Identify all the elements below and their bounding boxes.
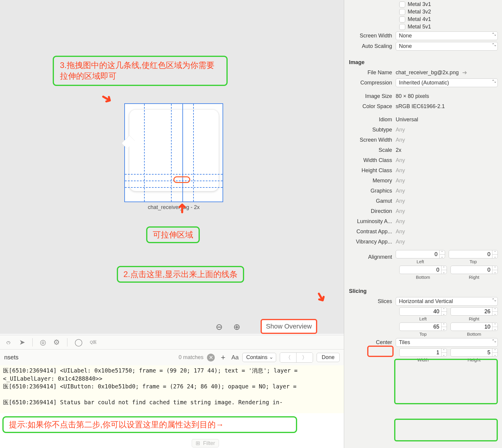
screen-width-value: Any	[396, 137, 498, 143]
editor-canvas: chat_receiver_bg - 2x ⊖ ⊕ Show Overview	[0, 0, 344, 334]
height-class-value: Any	[396, 167, 498, 174]
field-label: Center	[344, 339, 396, 346]
case-sensitive-toggle[interactable]: Aa	[231, 354, 238, 361]
gear-icon[interactable]: ⚙	[53, 338, 60, 346]
field-label: Scale	[344, 147, 396, 153]
alignment-left-stepper[interactable]: ⌃⌄	[396, 250, 445, 258]
clear-icon[interactable]: ✕	[207, 354, 215, 361]
slice-left-stepper[interactable]: ⌃⌄	[399, 307, 447, 316]
app-icon[interactable]: ◯	[75, 338, 83, 346]
vibrancy-value: Any	[396, 239, 498, 245]
show-overview-button[interactable]: Show Overview	[261, 319, 317, 334]
location-icon[interactable]: ➤	[19, 338, 25, 346]
center-width-stepper[interactable]: ⌃⌄	[399, 348, 447, 357]
zoom-in-icon[interactable]: ⊕	[233, 322, 240, 332]
annotation-stretch-label: 可拉伸区域	[146, 226, 200, 243]
slice-guide-horizontal[interactable]	[125, 187, 223, 188]
image-size-value: 80 × 80 pixels	[396, 93, 498, 99]
slices-select[interactable]: Horizontal and Vertical	[396, 297, 498, 306]
direction-value: Any	[396, 208, 498, 214]
file-name-value: chat_receiver_bg@2x.png➜	[396, 69, 498, 76]
alignment-right-stepper[interactable]: ⌃⌄	[450, 266, 498, 274]
find-bar: 0 matches ✕ + Aa Contains 〈〉 Done	[0, 349, 344, 365]
field-label: Contrast App...	[344, 228, 396, 235]
console-filter[interactable]: ⊞ Filter	[192, 439, 219, 447]
nodes-icon[interactable]: ᰔ	[5, 338, 12, 346]
screen-width-select[interactable]: None	[396, 31, 498, 40]
field-label: Compression	[344, 80, 396, 86]
stretch-region-highlight	[173, 176, 190, 183]
prev-match-button[interactable]: 〈	[280, 353, 296, 362]
checkbox-row: Metal 5v1	[344, 23, 502, 31]
gamut-value: Any	[396, 198, 498, 204]
graphics-value: Any	[396, 188, 498, 194]
next-match-button[interactable]: 〉	[296, 353, 313, 362]
add-button[interactable]: +	[218, 353, 228, 362]
color-space-value: sRGB IEC61966-2.1	[396, 103, 498, 110]
slice-top-stepper[interactable]: ⌃⌄	[399, 323, 447, 331]
field-label: Width Class	[344, 157, 396, 164]
slice-right-stepper[interactable]: ⌃⌄	[450, 307, 498, 316]
checkbox-row: Metal 4v1	[344, 16, 502, 23]
compression-select[interactable]: Inherited (Automatic)	[396, 78, 498, 87]
field-label: Auto Scaling	[344, 43, 396, 49]
width-class-value: Any	[396, 157, 498, 164]
alignment-top-stepper[interactable]: ⌃⌄	[449, 250, 498, 258]
luminosity-value: Any	[396, 218, 498, 225]
scale-value: 2x	[396, 147, 498, 153]
field-label: Subtype	[344, 127, 396, 133]
checkbox-label: Metal 4v1	[408, 16, 431, 22]
memory-value: Any	[396, 178, 498, 184]
find-navigation[interactable]: 〈〉	[280, 352, 313, 363]
asset-name-label: chat_receiver_bg - 2x	[124, 204, 223, 211]
checkbox-label: Metal 5v1	[408, 24, 431, 30]
checkbox-row: Metal 3v2	[344, 8, 502, 16]
camera-icon[interactable]: ◎	[40, 338, 46, 346]
zoom-out-icon[interactable]: ⊖	[216, 322, 223, 332]
app-label: Q医	[90, 340, 97, 345]
checkbox[interactable]	[399, 16, 405, 22]
idiom-value: Universal	[396, 116, 498, 123]
field-label: Slices	[344, 298, 396, 305]
field-label: Alignment	[344, 254, 396, 260]
checkbox[interactable]	[399, 24, 405, 30]
done-button[interactable]: Done	[317, 353, 340, 362]
asset-preview[interactable]	[124, 103, 223, 202]
slice-guide-horizontal[interactable]	[125, 174, 223, 175]
debug-console[interactable]: 医[6510:2369414] <UILabel: 0x10be51750; f…	[0, 365, 344, 413]
checkbox[interactable]	[399, 9, 405, 15]
field-label: Height Class	[344, 167, 396, 174]
section-title-image: Image	[344, 57, 502, 67]
auto-scaling-select[interactable]: None	[396, 42, 498, 51]
arrow-icon: ➜	[174, 203, 189, 214]
alignment-bottom-stepper[interactable]: ⌃⌄	[399, 266, 447, 274]
center-select[interactable]: Tiles	[396, 338, 498, 347]
field-label: Gamut	[344, 198, 396, 204]
field-label: Luminosity A...	[344, 218, 396, 225]
field-label: File Name	[344, 69, 396, 76]
field-label: Screen Width	[344, 137, 396, 143]
bottom-toolbar: ᰔ ➤ ◎ ⚙ ◯ Q医	[0, 335, 344, 349]
section-title-slicing: Slicing	[344, 286, 502, 296]
checkbox[interactable]	[399, 1, 405, 7]
field-label: Idiom	[344, 116, 396, 123]
center-height-stepper[interactable]: ⌃⌄	[450, 348, 498, 357]
checkbox-label: Metal 3v2	[408, 9, 431, 15]
contrast-value: Any	[396, 228, 498, 235]
field-label: Direction	[344, 208, 396, 214]
match-mode-select[interactable]: Contains	[242, 353, 276, 362]
reveal-icon[interactable]: ➜	[462, 69, 467, 76]
annotation-step3: 3.拖拽图中的这几条线,使红色区域为你需要拉伸的区域即可	[53, 56, 228, 86]
attributes-inspector: Metal 3v1 Metal 3v2 Metal 4v1 Metal 5v1 …	[344, 0, 502, 448]
field-label: Graphics	[344, 188, 396, 194]
annotation-hint: 提示:如果你不点击第二步,你可以设置这里的属性达到目的→	[2, 416, 297, 433]
field-label: Color Space	[344, 103, 396, 110]
subtype-value: Any	[396, 127, 498, 133]
checkbox-label: Metal 3v1	[408, 1, 431, 7]
field-label: Screen Width	[344, 33, 396, 39]
checkbox-row: Metal 3v1	[344, 1, 502, 8]
matches-count: 0 matches	[179, 354, 203, 361]
slice-bottom-stepper[interactable]: ⌃⌄	[450, 323, 498, 331]
search-input[interactable]	[4, 354, 80, 361]
annotation-step2: 2.点击这里,显示出来上面的线条	[117, 266, 244, 283]
